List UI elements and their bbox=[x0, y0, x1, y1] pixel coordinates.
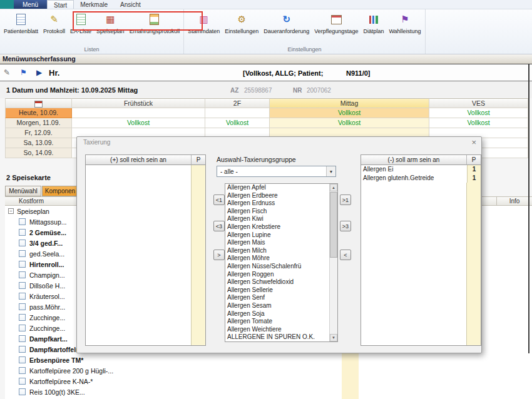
tab-menu[interactable]: Menü bbox=[14, 0, 47, 9]
settings-button[interactable]: Einstellungen bbox=[222, 10, 261, 34]
item-checkbox[interactable] bbox=[19, 250, 26, 257]
move-right-button[interactable]: > bbox=[213, 250, 225, 260]
item-checkbox[interactable] bbox=[19, 229, 26, 236]
list-item[interactable]: Reis 100g(t) 3KE... bbox=[5, 386, 532, 397]
column-header-fruehstueck[interactable]: Frühstück bbox=[72, 98, 205, 108]
ea-list-button[interactable]: EA-Liste bbox=[68, 10, 94, 34]
allergen-option[interactable]: Allergen Apfel bbox=[225, 184, 329, 192]
allergen-option[interactable]: Allergen Fisch bbox=[225, 208, 329, 216]
meal-date-cell[interactable]: Sa, 13.09. bbox=[5, 138, 72, 148]
next-patient-icon[interactable]: ▶ bbox=[36, 68, 42, 77]
date-column-header[interactable] bbox=[5, 98, 72, 108]
scrollbar-thumb[interactable] bbox=[330, 192, 337, 258]
column-header-ves[interactable]: VES bbox=[429, 98, 528, 108]
taxierungsgruppe-select[interactable]: - alle - ▼ bbox=[217, 166, 336, 177]
tab-komponentenwahl[interactable]: Komponen bbox=[42, 186, 78, 196]
edit-pencil-icon[interactable]: ✎ bbox=[4, 68, 10, 77]
allergen-option[interactable]: Allergen Roggen bbox=[225, 271, 329, 279]
item-checkbox[interactable] bbox=[19, 271, 26, 278]
meal-value-cell[interactable] bbox=[72, 108, 205, 118]
item-checkbox[interactable] bbox=[19, 367, 26, 374]
allergen-option[interactable]: Allergen Weichtiere bbox=[225, 326, 329, 334]
item-checkbox[interactable] bbox=[19, 293, 26, 300]
item-checkbox[interactable] bbox=[19, 282, 26, 289]
meal-value-cell[interactable] bbox=[205, 108, 270, 118]
item-checkbox[interactable] bbox=[19, 261, 26, 268]
selected-allergen-row[interactable]: Allergen glutenh.Getreide1 bbox=[361, 174, 481, 183]
meal-value-cell[interactable]: Vollkost bbox=[429, 108, 528, 118]
allergen-option[interactable]: Allergen Senf bbox=[225, 294, 329, 302]
allergen-option[interactable]: Allergen Möhre bbox=[225, 255, 329, 263]
allergen-option[interactable]: Allergen Krebstiere bbox=[225, 223, 329, 231]
allergen-option[interactable]: Allergen Sesam bbox=[225, 302, 329, 310]
meal-value-cell[interactable]: Vollkost bbox=[72, 118, 205, 128]
meal-date-cell[interactable]: So, 14.09. bbox=[5, 148, 72, 158]
meal-date-cell[interactable]: Heute, 10.09. bbox=[5, 108, 72, 118]
item-checkbox[interactable] bbox=[19, 346, 26, 353]
item-checkbox[interactable] bbox=[19, 240, 26, 246]
tab-start[interactable]: Start bbox=[47, 0, 74, 9]
master-data-button[interactable]: Stammdaten bbox=[185, 10, 222, 34]
allergen-option[interactable]: Allergen Milch bbox=[225, 247, 329, 255]
meal-value-cell[interactable]: Vollkost bbox=[270, 108, 429, 118]
move-left-button[interactable]: < bbox=[340, 250, 351, 260]
allergen-option[interactable]: Allergen Tomate bbox=[225, 318, 329, 326]
info-header[interactable]: Info bbox=[496, 197, 532, 205]
move-left-1-button[interactable]: <1 bbox=[213, 194, 225, 205]
meal-date-cell[interactable]: Morgen, 11.09. bbox=[5, 118, 72, 128]
meal-plan-button[interactable]: Speiseplan bbox=[94, 10, 127, 34]
patient-sheet-button[interactable]: Patientenblatt bbox=[1, 10, 41, 34]
scroll-down-icon[interactable]: ▼ bbox=[330, 334, 337, 341]
allergen-option[interactable]: ALLERGENE IN SPUREN O.K. bbox=[225, 333, 329, 341]
catering-days-button[interactable]: Verpflegungstage bbox=[312, 10, 361, 34]
allergen-option[interactable]: Allergen Erdbeere bbox=[225, 192, 329, 200]
allergen-option[interactable]: Allergen Kiwi bbox=[225, 215, 329, 223]
app-window: Menü Start Merkmale Ansicht Patientenbla… bbox=[0, 0, 532, 399]
move-left-3-button[interactable]: <3 bbox=[213, 221, 225, 231]
nutrition-protocol-button[interactable]: Ernährungsprotokoll bbox=[127, 10, 183, 34]
listbox-scrollbar[interactable]: ▲ ▼ bbox=[329, 184, 337, 341]
rich-list[interactable] bbox=[86, 165, 205, 345]
meal-value-cell[interactable]: Vollkost bbox=[205, 118, 270, 128]
allergen-option[interactable]: Allergen Erdnuss bbox=[225, 200, 329, 208]
arm-list[interactable]: Allergen Ei1Allergen glutenh.Getreide1 bbox=[361, 165, 481, 345]
item-checkbox[interactable] bbox=[19, 378, 26, 385]
meal-value-cell[interactable]: Vollkost bbox=[429, 118, 528, 128]
list-item[interactable]: Kartoffelpüree K-NA-* bbox=[5, 376, 532, 386]
allergen-option[interactable]: Allergen Soja bbox=[225, 310, 329, 318]
item-checkbox[interactable] bbox=[19, 325, 26, 331]
allergen-option[interactable]: Allergen Schwefeldioxid bbox=[225, 278, 329, 286]
chevron-down-icon[interactable]: ▼ bbox=[326, 166, 335, 176]
diet-plan-button[interactable]: Diätplan bbox=[361, 10, 386, 34]
close-icon[interactable]: × bbox=[471, 138, 476, 147]
tab-menuewahl[interactable]: Menüwahl bbox=[5, 186, 41, 196]
allergen-option[interactable]: Allergen Sellerie bbox=[225, 286, 329, 295]
item-checkbox[interactable] bbox=[19, 388, 26, 395]
move-right-1-button[interactable]: >1 bbox=[340, 194, 351, 205]
item-checkbox[interactable] bbox=[19, 314, 26, 321]
tab-merkmale[interactable]: Merkmale bbox=[74, 0, 114, 9]
column-header-2f[interactable]: 2F bbox=[205, 98, 270, 108]
recurring-request-button[interactable]: Daueranforderung bbox=[261, 10, 312, 34]
item-checkbox[interactable] bbox=[19, 218, 26, 225]
move-right-3-button[interactable]: >3 bbox=[340, 221, 351, 231]
allergen-option[interactable]: Allergen Nüsse/Schalenfrü bbox=[225, 263, 329, 271]
patient-flag-icon[interactable]: ⚑ bbox=[20, 68, 27, 77]
meal-date-cell[interactable]: Fr, 12.09. bbox=[5, 128, 72, 138]
tab-ansicht[interactable]: Ansicht bbox=[114, 0, 147, 9]
column-header-mittag[interactable]: Mittag bbox=[270, 98, 429, 108]
list-item[interactable]: Kartoffelpüree 200 g Hügli-... bbox=[5, 365, 532, 376]
allergen-option[interactable]: Allergen Mais bbox=[225, 239, 329, 247]
allergen-listbox[interactable]: Allergen ApfelAllergen ErdbeereAllergen … bbox=[225, 183, 338, 342]
item-checkbox[interactable] bbox=[19, 335, 26, 342]
elective-service-button[interactable]: Wahlleistung bbox=[386, 10, 423, 34]
collapse-icon[interactable]: − bbox=[8, 208, 14, 214]
selected-allergen-row[interactable]: Allergen Ei1 bbox=[361, 165, 481, 174]
meal-value-cell[interactable]: Vollkost bbox=[270, 118, 429, 128]
list-item[interactable]: Erbsenpüree TM* bbox=[5, 355, 532, 365]
protocol-button[interactable]: Protokoll bbox=[41, 10, 68, 34]
allergen-option[interactable]: Allergen Lupine bbox=[225, 231, 329, 240]
scroll-up-icon[interactable]: ▲ bbox=[330, 184, 337, 191]
item-checkbox[interactable] bbox=[19, 356, 26, 363]
item-checkbox[interactable] bbox=[19, 303, 26, 310]
